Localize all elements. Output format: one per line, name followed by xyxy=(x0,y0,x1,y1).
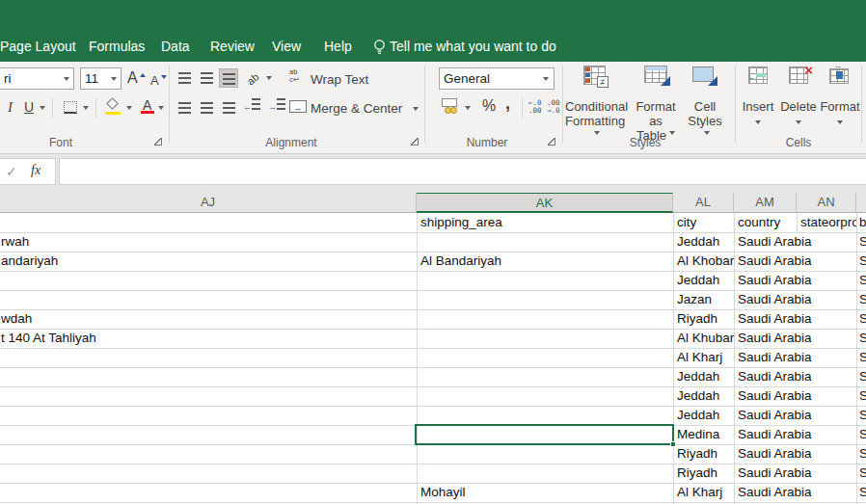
borders-button[interactable] xyxy=(64,101,77,114)
decrease-decimal-button[interactable]: .00→.0 xyxy=(547,99,560,115)
cell-next[interactable]: S xyxy=(859,367,866,386)
cell-ak[interactable] xyxy=(420,386,671,406)
align-middle-button[interactable] xyxy=(197,68,216,88)
alignment-dialog-launcher[interactable] xyxy=(411,138,419,146)
chevron-down-icon[interactable] xyxy=(465,106,471,113)
tab-review[interactable]: Review xyxy=(210,32,255,62)
cell-city[interactable]: Riyadh xyxy=(677,309,717,329)
cell-country[interactable]: Saudi Arabia xyxy=(738,329,812,348)
cell-city[interactable]: Jeddah xyxy=(677,386,719,406)
cell-header-city[interactable]: city xyxy=(677,213,696,232)
cell-aj[interactable] xyxy=(1,348,416,367)
cell-country[interactable]: Saudi Arabia xyxy=(738,232,812,252)
accounting-format-button[interactable] xyxy=(442,98,460,114)
cell-city[interactable]: Riyadh xyxy=(677,444,717,464)
cell-country[interactable]: Saudi Arabia xyxy=(738,425,812,444)
cell-ak[interactable] xyxy=(420,290,671,309)
chevron-down-icon[interactable] xyxy=(64,77,69,84)
cell-ak[interactable] xyxy=(420,329,671,348)
cell-next[interactable]: S xyxy=(859,309,866,329)
font-name-combo[interactable]: ri xyxy=(0,67,74,90)
chevron-down-icon[interactable] xyxy=(111,77,117,84)
chevron-down-icon[interactable] xyxy=(543,77,549,84)
increase-indent-button[interactable]: → xyxy=(268,98,285,113)
tab-formulas[interactable]: Formulas xyxy=(89,32,145,62)
cell-next[interactable]: S xyxy=(859,252,866,271)
cell-country[interactable]: Saudi Arabia xyxy=(738,290,812,309)
column-header-ak[interactable]: AK xyxy=(417,193,673,213)
align-right-button[interactable] xyxy=(219,98,238,118)
cell-city[interactable]: Al Khobar xyxy=(677,252,734,271)
increase-decimal-button[interactable]: ←.0.00 xyxy=(528,99,542,115)
tab-help[interactable]: Help xyxy=(324,32,352,62)
cell-aj[interactable] xyxy=(1,425,416,444)
cell-aj[interactable] xyxy=(1,483,416,502)
orientation-button[interactable]: ab xyxy=(243,69,262,89)
cell-next[interactable]: S xyxy=(859,271,866,290)
cell-next[interactable]: S xyxy=(859,406,866,425)
cell-city[interactable]: Medina xyxy=(677,425,719,444)
cell-country[interactable]: Saudi Arabia xyxy=(738,309,812,329)
underline-button[interactable]: U xyxy=(24,99,34,115)
cell-aj[interactable]: wdah xyxy=(1,309,416,329)
cell-ak[interactable]: Mohayil xyxy=(420,483,671,502)
cell-country[interactable]: Saudi Arabia xyxy=(738,348,812,367)
cell-ak[interactable] xyxy=(420,348,671,367)
cell-country[interactable]: Saudi Arabia xyxy=(738,271,812,290)
tab-page-layout[interactable]: Page Layout xyxy=(0,32,76,62)
column-header-aj[interactable]: AJ xyxy=(0,193,417,213)
cell-aj[interactable]: rwah xyxy=(1,232,416,252)
column-header-an[interactable]: AN xyxy=(797,193,856,213)
cell-ak[interactable] xyxy=(420,309,671,329)
shrink-font-button[interactable]: A xyxy=(150,73,159,89)
font-dialog-launcher[interactable] xyxy=(154,138,162,146)
cell-next[interactable]: S xyxy=(859,329,866,348)
column-header-am[interactable]: AM xyxy=(734,193,797,213)
italic-button[interactable]: I xyxy=(8,99,13,115)
percent-style-button[interactable]: % xyxy=(482,98,496,114)
chevron-down-icon[interactable] xyxy=(126,106,132,113)
align-top-button[interactable] xyxy=(175,68,194,88)
cell-country[interactable]: Saudi Arabia xyxy=(738,367,812,386)
fill-color-button[interactable] xyxy=(105,98,122,115)
cell-country[interactable]: Saudi Arabia xyxy=(738,252,812,271)
cell-city[interactable]: Riyadh xyxy=(677,464,717,483)
cell-city[interactable]: Al Kharj xyxy=(677,483,722,502)
cell-aj[interactable] xyxy=(1,406,416,425)
grow-font-button[interactable]: A xyxy=(127,70,138,86)
cell-country[interactable]: Saudi Arabia xyxy=(738,464,812,483)
selected-cell-outline[interactable] xyxy=(415,424,674,445)
cell-next[interactable]: S xyxy=(859,425,866,444)
cell-country[interactable]: Saudi Arabia xyxy=(738,444,812,464)
cell-header-country[interactable]: country xyxy=(738,213,780,232)
cell-aj[interactable]: andariyah xyxy=(1,252,416,271)
cell-city[interactable]: Al Kharj xyxy=(677,348,722,367)
column-header-al[interactable]: AL xyxy=(673,193,734,213)
tell-me-box[interactable]: Tell me what you want to do xyxy=(390,32,556,62)
cell-next[interactable]: S xyxy=(859,444,866,464)
number-format-combo[interactable]: General xyxy=(439,67,555,90)
column-header-partial[interactable] xyxy=(856,193,866,213)
cell-aj[interactable] xyxy=(1,290,416,309)
number-dialog-launcher[interactable] xyxy=(548,138,555,146)
cell-ak[interactable]: Al Bandariyah xyxy=(420,252,671,271)
cell-city[interactable]: Jeddah xyxy=(677,271,719,290)
cell-aj[interactable] xyxy=(1,271,416,290)
tab-view[interactable]: View xyxy=(272,32,301,62)
cell-next[interactable]: S xyxy=(859,348,866,367)
chevron-down-icon[interactable] xyxy=(413,107,419,114)
cell-ak[interactable] xyxy=(420,406,671,425)
cell-city[interactable]: Jeddah xyxy=(677,406,719,425)
cell-city[interactable]: Al Khubar xyxy=(677,329,734,348)
cell-header-stateorprovince[interactable]: stateorprovince xyxy=(800,213,856,232)
cell-country[interactable]: Saudi Arabia xyxy=(738,406,812,425)
font-color-button[interactable]: A xyxy=(141,97,156,115)
chevron-down-icon[interactable] xyxy=(266,76,272,83)
cell-ak[interactable] xyxy=(420,367,671,386)
chevron-down-icon[interactable] xyxy=(40,106,45,113)
cell-country[interactable]: Saudi Arabia xyxy=(738,386,812,406)
cell-aj[interactable] xyxy=(1,464,416,483)
cell-ak[interactable] xyxy=(420,444,671,464)
tab-data[interactable]: Data xyxy=(161,32,190,62)
cell-header-partial[interactable]: b xyxy=(859,213,866,232)
